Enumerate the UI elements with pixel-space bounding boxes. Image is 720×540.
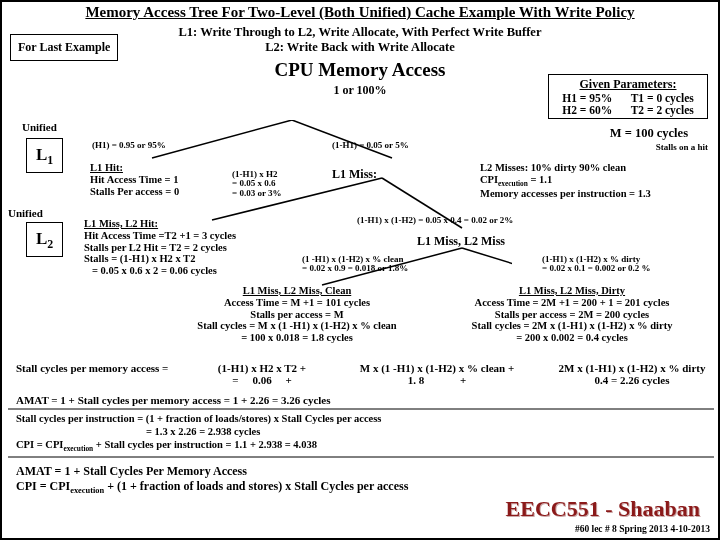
- footer-title: EECC551 - Shaaban: [496, 494, 710, 524]
- title: Memory Access Tree For Two-Level (Both U…: [2, 2, 718, 23]
- amat-calc: AMAT = 1 + Stall cycles per memory acces…: [16, 394, 331, 406]
- amat-formula: AMAT = 1 + Stall Cycles Per Memory Acces…: [16, 464, 408, 497]
- subhead-l2: L2: Write Back with Write Allocate: [265, 40, 455, 54]
- stalls-on-hit: Stalls on a hit: [656, 142, 708, 152]
- given-parameters: Given Parameters: H1 = 95%H2 = 60% T1 = …: [548, 74, 708, 119]
- given-title: Given Parameters:: [549, 75, 707, 92]
- slide: Memory Access Tree For Two-Level (Both U…: [0, 0, 720, 540]
- m-cycles: M = 100 cycles: [610, 126, 688, 141]
- svg-line-4: [212, 178, 382, 220]
- divider-2: [8, 456, 714, 458]
- svg-line-2: [152, 120, 292, 158]
- unified-label-2: Unified: [8, 207, 43, 219]
- l2-box: L2: [26, 222, 63, 257]
- clean-block: L1 Miss, L2 Miss, Clean Access Time = M …: [172, 285, 422, 344]
- sum-line: Stall cycles per memory access =: [16, 362, 168, 374]
- svg-line-3: [292, 120, 392, 158]
- dirty-calc: (1-H1) x (1-H2) x % dirty = 0.02 x 0.1 =…: [542, 255, 651, 274]
- footer: EECC551 - Shaaban #60 lec # 8 Spring 201…: [496, 494, 710, 534]
- subhead-l1: L1: Write Through to L2, Write Allocate,…: [179, 25, 542, 39]
- dirty-block: L1 Miss, L2 Miss, Dirty Access Time = 2M…: [442, 285, 702, 344]
- rules-block: Stall cycles per instruction = (1 + frac…: [16, 412, 381, 454]
- l1-box: L1: [26, 138, 63, 173]
- for-last-example: For Last Example: [10, 34, 118, 61]
- svg-line-5: [382, 178, 462, 228]
- footer-sub: #60 lec # 8 Spring 2013 4-10-2013: [496, 524, 710, 534]
- svg-line-7: [462, 248, 512, 285]
- svg-line-6: [322, 248, 462, 285]
- tree-lines: [92, 120, 512, 290]
- divider-1: [8, 408, 714, 410]
- unified-label-1: Unified: [22, 121, 57, 133]
